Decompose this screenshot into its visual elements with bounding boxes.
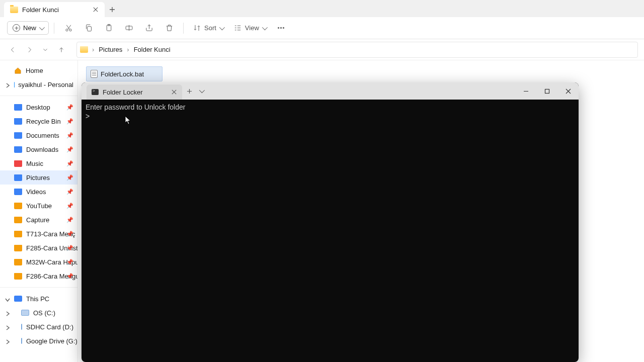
sidebar-drive[interactable]: Google Drive (G:) bbox=[0, 334, 77, 348]
explorer-toolbar: New Sort View bbox=[0, 17, 644, 39]
separator bbox=[183, 23, 184, 34]
drive-icon bbox=[21, 310, 29, 316]
view-button[interactable]: View bbox=[229, 20, 270, 36]
maximize-button[interactable] bbox=[536, 83, 557, 99]
delete-button[interactable] bbox=[160, 20, 178, 36]
file-folderlock-bat[interactable]: FolderLock.bat bbox=[86, 66, 163, 81]
sidebar-item-music[interactable]: Music📌 bbox=[0, 156, 77, 170]
close-button[interactable] bbox=[557, 83, 579, 99]
sidebar-label: SDHC Card (D:) bbox=[26, 323, 73, 331]
batch-file-icon bbox=[91, 70, 98, 78]
sidebar-label: Downloads bbox=[26, 146, 58, 153]
sidebar-item-downloads[interactable]: Downloads📌 bbox=[0, 142, 77, 156]
explorer-tabbar: Folder Kunci bbox=[0, 0, 644, 17]
sidebar-label: Desktop bbox=[26, 104, 50, 111]
folder-icon bbox=[14, 146, 22, 153]
terminal-tab-title: Folder Locker bbox=[103, 88, 142, 96]
paste-button[interactable] bbox=[100, 20, 118, 36]
expand-icon[interactable] bbox=[5, 82, 10, 87]
close-tab-button[interactable] bbox=[92, 6, 100, 14]
folder-icon bbox=[14, 273, 22, 280]
folder-icon bbox=[14, 160, 22, 167]
sidebar-label: Pictures bbox=[26, 174, 50, 182]
cut-button[interactable] bbox=[59, 20, 77, 36]
sidebar-label: This PC bbox=[26, 295, 49, 303]
expand-icon[interactable] bbox=[5, 338, 10, 343]
chevron-right-icon: › bbox=[92, 46, 94, 53]
up-button[interactable] bbox=[54, 43, 68, 57]
plus-circle-icon bbox=[13, 24, 20, 32]
breadcrumb-folderkunci[interactable]: Folder Kunci bbox=[131, 44, 173, 55]
pin-icon: 📌 bbox=[66, 203, 73, 209]
expand-icon[interactable] bbox=[5, 310, 10, 315]
folder-icon bbox=[14, 189, 22, 195]
sidebar-item-youtube[interactable]: YouTube📌 bbox=[0, 199, 77, 213]
sidebar-label: Capture bbox=[26, 216, 49, 224]
sidebar-item-m32w-cara-hapus[interactable]: M32W-Cara Hapus📌 bbox=[0, 255, 77, 269]
sidebar-drive[interactable]: SDHC Card (D:) bbox=[0, 320, 77, 334]
svg-point-1 bbox=[69, 29, 71, 31]
sidebar-label: Recycle Bin bbox=[26, 118, 61, 125]
sidebar-personal[interactable]: syaikhul - Personal bbox=[0, 77, 77, 92]
sidebar-label: syaikhul - Personal bbox=[18, 81, 73, 88]
sidebar-item-f285-cara-uninstall[interactable]: F285-Cara Uninstall📌 bbox=[0, 241, 77, 255]
explorer-tab-active[interactable]: Folder Kunci bbox=[4, 2, 105, 17]
pin-icon: 📌 bbox=[66, 245, 73, 251]
address-bar[interactable]: › Pictures › Folder Kunci bbox=[76, 42, 638, 58]
sidebar-item-t713-cara-men-[interactable]: T713-Cara Menç📌 bbox=[0, 227, 77, 241]
back-button[interactable] bbox=[6, 43, 20, 57]
minimize-button[interactable] bbox=[515, 83, 536, 99]
pin-icon: 📌 bbox=[66, 189, 73, 195]
folder-icon bbox=[14, 203, 22, 209]
sidebar-item-f286-cara-mengun[interactable]: F286-Cara Mengun📌 bbox=[0, 269, 77, 283]
terminal-tab[interactable]: Folder Locker bbox=[87, 84, 182, 100]
chevron-down-icon bbox=[219, 24, 225, 30]
new-tab-button[interactable] bbox=[105, 2, 120, 17]
pin-icon: 📌 bbox=[66, 217, 73, 223]
terminal-body[interactable]: Enter password to Unlock folder > bbox=[82, 100, 579, 362]
terminal-line: Enter password to Unlock folder bbox=[86, 103, 575, 112]
rename-button[interactable] bbox=[120, 20, 138, 36]
sidebar-home[interactable]: Home bbox=[0, 63, 77, 77]
new-button[interactable]: New bbox=[7, 21, 49, 35]
sidebar-item-documents[interactable]: Documents📌 bbox=[0, 128, 77, 142]
sidebar-label: Google Drive (G:) bbox=[26, 337, 77, 345]
folder-icon bbox=[14, 104, 22, 111]
svg-point-8 bbox=[283, 27, 284, 28]
terminal-titlebar[interactable]: Folder Locker bbox=[82, 82, 579, 100]
folder-icon bbox=[80, 46, 88, 53]
terminal-tab-close[interactable] bbox=[170, 88, 178, 96]
sidebar-label: YouTube bbox=[26, 202, 52, 210]
sidebar-thispc[interactable]: This PC bbox=[0, 292, 77, 306]
share-button[interactable] bbox=[140, 20, 158, 36]
folder-icon bbox=[14, 217, 22, 223]
terminal-new-tab[interactable] bbox=[182, 84, 196, 98]
home-icon bbox=[14, 67, 22, 74]
pin-icon: 📌 bbox=[66, 118, 73, 125]
sidebar-item-pictures[interactable]: Pictures📌 bbox=[0, 170, 77, 185]
tab-title: Folder Kunci bbox=[22, 6, 59, 14]
terminal-window[interactable]: Folder Locker Enter password to Unlock f… bbox=[82, 82, 579, 362]
expand-icon[interactable] bbox=[5, 324, 10, 329]
collapse-icon[interactable] bbox=[5, 296, 10, 301]
more-button[interactable] bbox=[272, 20, 290, 36]
forward-button[interactable] bbox=[22, 43, 36, 57]
sidebar-item-capture[interactable]: Capture📌 bbox=[0, 213, 77, 227]
sidebar-label: Home bbox=[26, 67, 43, 74]
copy-button[interactable] bbox=[79, 20, 98, 36]
folder-icon bbox=[10, 7, 18, 13]
sidebar-item-videos[interactable]: Videos📌 bbox=[0, 185, 77, 199]
drive-icon bbox=[21, 324, 22, 330]
sort-label: Sort bbox=[204, 24, 216, 32]
sidebar-drive[interactable]: OS (C:) bbox=[0, 306, 77, 320]
terminal-tab-menu[interactable] bbox=[196, 84, 206, 98]
cmd-icon bbox=[92, 89, 99, 95]
svg-rect-2 bbox=[87, 27, 91, 31]
recent-button[interactable] bbox=[38, 43, 52, 57]
sidebar-item-recycle-bin[interactable]: Recycle Bin📌 bbox=[0, 114, 77, 128]
folder-icon bbox=[14, 174, 22, 181]
folder-icon bbox=[14, 259, 22, 265]
sort-button[interactable]: Sort bbox=[189, 20, 227, 36]
sidebar-item-desktop[interactable]: Desktop📌 bbox=[0, 100, 77, 114]
breadcrumb-pictures[interactable]: Pictures bbox=[96, 44, 125, 55]
